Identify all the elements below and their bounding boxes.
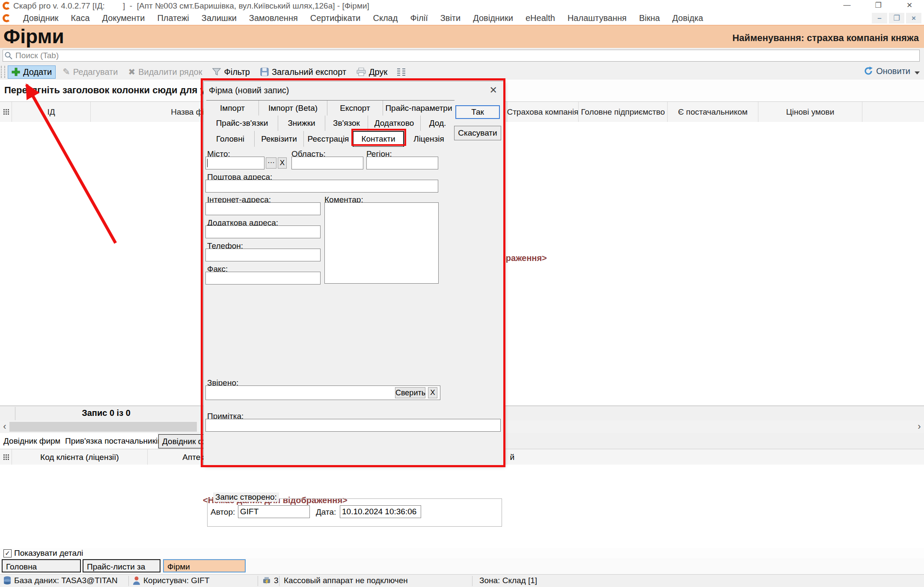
- status-user-label: Користувач: GIFT: [143, 576, 210, 585]
- export-button[interactable]: Загальний експорт: [257, 66, 350, 78]
- column-header-client-code[interactable]: Код клієнта (ліцензії): [12, 449, 148, 465]
- menu-platezhi[interactable]: Платежі: [157, 13, 189, 23]
- menu-dovidka[interactable]: Довідка: [672, 13, 703, 23]
- menu-sertyfikaty[interactable]: Сертифікати: [310, 13, 361, 23]
- extra-address-input[interactable]: [205, 225, 321, 238]
- tab-reyestratsiya[interactable]: Реєстрація: [303, 131, 353, 147]
- status-separator: [258, 576, 258, 586]
- tab-price-params[interactable]: Прайс-параметри: [383, 101, 455, 116]
- add-button[interactable]: Додати: [8, 65, 56, 79]
- column-header-empty[interactable]: [862, 102, 924, 122]
- chevron-down-icon[interactable]: [915, 71, 920, 74]
- detail-grid-corner-cell[interactable]: [0, 449, 12, 465]
- menu-filii[interactable]: Філії: [410, 13, 428, 23]
- menu-dovidnyk[interactable]: Довідник: [23, 13, 59, 23]
- menu-zvity[interactable]: Звіти: [440, 13, 461, 23]
- toolbar-grip[interactable]: [1, 66, 5, 78]
- refresh-icon: [863, 66, 873, 76]
- menu-nalashtuvannya[interactable]: Налаштування: [567, 13, 627, 23]
- verify-clear-button[interactable]: X: [428, 387, 437, 398]
- verify-button[interactable]: Сверить: [395, 387, 425, 398]
- search-box[interactable]: [3, 50, 920, 62]
- filter-button[interactable]: Фільтр: [209, 66, 253, 78]
- note-input[interactable]: [205, 419, 501, 432]
- tab-price-links[interactable]: Прайс-зв'язки: [206, 116, 278, 131]
- comment-textarea[interactable]: [324, 202, 439, 284]
- city-input[interactable]: [205, 157, 264, 169]
- tab-connection[interactable]: Зв'язок: [325, 116, 368, 131]
- tab-dovidnyk-firm[interactable]: Довідник фирм.: [0, 433, 60, 449]
- oblast-input[interactable]: [291, 157, 363, 169]
- dialog-close-icon[interactable]: ✕: [490, 85, 497, 96]
- tab-suppliers-binding[interactable]: Прив'язка постачальників: [60, 433, 157, 449]
- tab-import-beta[interactable]: Імпорт (Beta): [258, 101, 327, 116]
- city-clear-button[interactable]: X: [278, 157, 287, 169]
- tab-holovni[interactable]: Головні: [206, 131, 254, 147]
- scroll-right-icon[interactable]: ›: [915, 421, 924, 433]
- menu-zamovlennya[interactable]: Замовлення: [249, 13, 298, 23]
- menu-dokumenty[interactable]: Документи: [102, 13, 145, 23]
- city-browse-button[interactable]: ···: [266, 157, 276, 169]
- menu-zalyshky[interactable]: Залишки: [202, 13, 237, 23]
- mdi-close-icon[interactable]: ×: [906, 13, 921, 24]
- tab-dod[interactable]: Дод.: [420, 116, 455, 131]
- tab-rekvizyty[interactable]: Реквізити: [254, 131, 303, 147]
- delete-row-button[interactable]: ✖ Видалити рядок: [125, 65, 205, 78]
- tab-litsenziya[interactable]: Ліцензія: [404, 131, 453, 147]
- selected-record-label: Найменування: страхва компанія княжа: [732, 33, 919, 44]
- search-input[interactable]: [15, 50, 919, 61]
- pencil-icon: ✎: [62, 67, 70, 77]
- window-tab-price-lists[interactable]: Прайс-листи за рівн ...: [83, 559, 160, 572]
- mdi-minimize-icon[interactable]: –: [872, 13, 887, 24]
- scrollbar-thumb[interactable]: [9, 422, 197, 432]
- author-input[interactable]: [238, 505, 310, 518]
- floppy-export-icon: [260, 68, 269, 76]
- restore-icon[interactable]: ❐: [871, 1, 885, 10]
- window-tab-firmy[interactable]: Фірми: [163, 559, 246, 572]
- column-header-is-supplier[interactable]: Є постачальником: [668, 102, 758, 122]
- window-tab-holovna[interactable]: Головна: [2, 559, 81, 572]
- menu-dovidnyky[interactable]: Довідники: [473, 13, 513, 23]
- date-input[interactable]: [340, 505, 421, 518]
- minimize-icon[interactable]: —: [840, 1, 854, 9]
- tab-import[interactable]: Імпорт: [206, 101, 258, 116]
- mdi-restore-icon[interactable]: ❐: [889, 13, 904, 24]
- print-button[interactable]: Друк: [353, 66, 391, 78]
- column-header-id[interactable]: ІД: [12, 102, 91, 122]
- close-icon[interactable]: ✕: [902, 1, 917, 10]
- ok-button[interactable]: Так: [455, 105, 500, 119]
- page-header: Фірми Найменування: страхва компанія кня…: [0, 25, 924, 49]
- phone-input[interactable]: [205, 249, 321, 261]
- region-input[interactable]: [366, 157, 438, 169]
- refresh-button[interactable]: Оновити: [863, 66, 920, 76]
- tab-kontakty[interactable]: Контакти: [353, 131, 404, 147]
- tab-additional[interactable]: Додатково: [368, 116, 420, 131]
- window-title: Скарб pro v. 4.0.2.77 [ІД: ] - [Апт №003…: [13, 1, 369, 11]
- tab-discounts[interactable]: Знижки: [278, 116, 325, 131]
- status-cash-register: Кассовый аппарат не подключен: [284, 576, 408, 585]
- user-icon: [133, 576, 140, 585]
- internet-address-input[interactable]: [205, 202, 321, 215]
- cancel-button[interactable]: Скасувати: [454, 126, 501, 140]
- postal-address-input[interactable]: [205, 180, 438, 193]
- status-zone-label: Зона: Склад [1]: [479, 576, 537, 585]
- grid-corner-icon: [3, 454, 9, 461]
- column-header-insurance[interactable]: Страхова компанія: [507, 102, 579, 122]
- column-header-price-terms[interactable]: Цінові умови: [758, 102, 862, 122]
- plus-icon: [12, 68, 20, 76]
- fax-input[interactable]: [205, 272, 321, 285]
- edit-button[interactable]: ✎ Редагувати: [59, 65, 121, 78]
- show-details-checkbox[interactable]: ✓: [3, 549, 12, 557]
- scroll-left-icon[interactable]: ‹: [0, 421, 9, 433]
- menu-vikna[interactable]: Вікна: [639, 13, 660, 23]
- status-user: Користувач: GIFT: [133, 576, 210, 585]
- columns-icon[interactable]: [396, 68, 407, 76]
- menu-sklad[interactable]: Склад: [373, 13, 398, 23]
- grid-corner-cell[interactable]: [0, 102, 12, 122]
- menu-ehealth[interactable]: eHealth: [526, 13, 555, 23]
- tab-dovidnyk-fir[interactable]: Довідник фір: [158, 434, 209, 448]
- dialog-title-bar: Фірма (новий запис) ✕: [204, 81, 503, 100]
- menu-kasa[interactable]: Каса: [71, 13, 90, 23]
- tab-export[interactable]: Експорт: [327, 101, 383, 116]
- column-header-main-enterprise[interactable]: Головне підприємство: [579, 102, 668, 122]
